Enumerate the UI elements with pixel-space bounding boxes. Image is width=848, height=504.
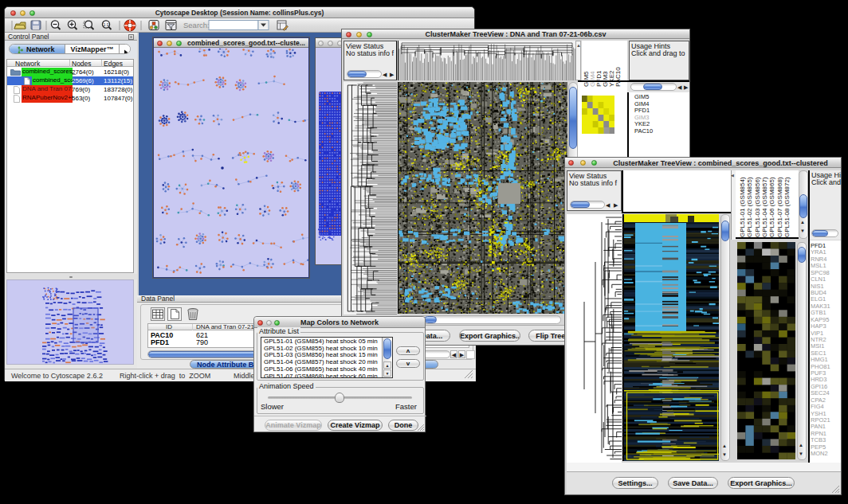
svg-text:1:1: 1:1 (103, 22, 109, 27)
svg-text:Search:: Search: (183, 21, 210, 29)
